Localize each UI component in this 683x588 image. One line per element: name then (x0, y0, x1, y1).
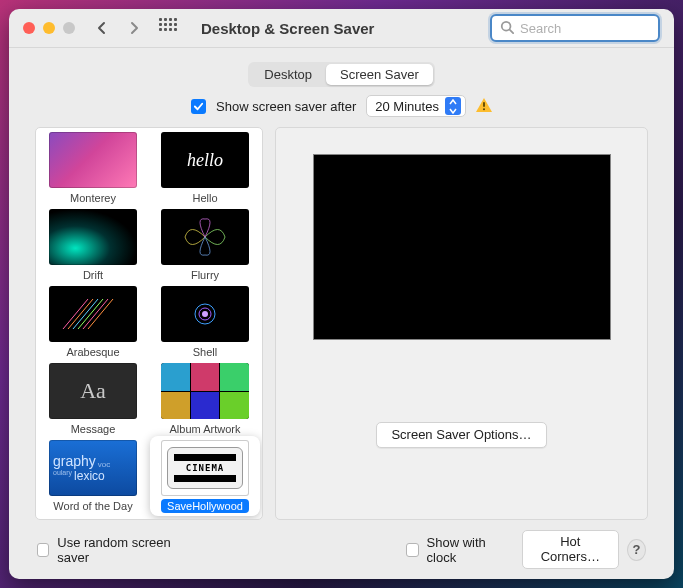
show-with-clock-label: Show with clock (427, 535, 506, 565)
saver-album-artwork[interactable]: Album Artwork (156, 363, 254, 436)
back-button[interactable] (91, 17, 113, 39)
svg-rect-2 (483, 102, 485, 107)
random-checkbox[interactable] (37, 543, 49, 557)
show-after-value: 20 Minutes (375, 99, 439, 114)
svg-point-12 (202, 311, 208, 317)
svg-line-4 (63, 299, 88, 329)
thumbnail (49, 286, 137, 342)
thumbnail: CINEMA (161, 440, 249, 496)
window-controls (23, 22, 75, 34)
saver-savehollywood[interactable]: CINEMA SaveHollywood (150, 436, 260, 516)
forward-button[interactable] (123, 17, 145, 39)
tab-control: Desktop Screen Saver (248, 62, 434, 87)
svg-line-5 (68, 299, 93, 329)
random-label: Use random screen saver (57, 535, 184, 565)
screen-saver-options-button[interactable]: Screen Saver Options… (376, 422, 546, 448)
show-after-dropdown[interactable]: 20 Minutes (366, 95, 466, 117)
saver-drift[interactable]: Drift (44, 209, 142, 282)
content-area: Desktop Screen Saver Show screen saver a… (9, 48, 674, 579)
thumbnail: hello (161, 132, 249, 188)
saver-arabesque[interactable]: Arabesque (44, 286, 142, 359)
hot-corners-button[interactable]: Hot Corners… (522, 530, 619, 569)
show-after-checkbox[interactable] (191, 99, 206, 114)
search-icon (500, 20, 514, 37)
footer-row: Use random screen saver Show with clock … (35, 520, 648, 569)
help-button[interactable]: ? (627, 539, 646, 561)
thumbnail (49, 132, 137, 188)
minimize-window-button[interactable] (43, 22, 55, 34)
warning-icon (476, 98, 492, 115)
window-title: Desktop & Screen Saver (201, 20, 374, 37)
zoom-window-button[interactable] (63, 22, 75, 34)
show-after-row: Show screen saver after 20 Minutes (35, 95, 648, 117)
show-all-preferences-button[interactable] (159, 18, 179, 38)
thumbnail (161, 209, 249, 265)
saver-message[interactable]: Aa Message (44, 363, 142, 436)
tab-screen-saver[interactable]: Screen Saver (326, 64, 433, 85)
preview-pane: Screen Saver Options… (275, 127, 648, 520)
search-field[interactable] (490, 14, 660, 42)
svg-line-9 (88, 299, 113, 329)
thumbnail (49, 209, 137, 265)
saver-word-of-the-day[interactable]: graphy voc oulary lexico Word of the Day (44, 440, 142, 513)
window-toolbar: Desktop & Screen Saver (9, 9, 674, 48)
tab-desktop[interactable]: Desktop (250, 64, 326, 85)
thumbnail (161, 363, 249, 419)
thumbnail: Aa (49, 363, 137, 419)
svg-line-6 (73, 299, 98, 329)
svg-point-3 (483, 108, 485, 110)
search-input[interactable] (520, 21, 650, 36)
screensaver-list[interactable]: Monterey hello Hello Drift (35, 127, 263, 520)
saver-monterey[interactable]: Monterey (44, 132, 142, 205)
show-with-clock-checkbox[interactable] (406, 543, 418, 557)
show-after-label: Show screen saver after (216, 99, 356, 114)
close-window-button[interactable] (23, 22, 35, 34)
saver-flurry[interactable]: Flurry (156, 209, 254, 282)
saver-hello[interactable]: hello Hello (156, 132, 254, 205)
dropdown-stepper-icon (445, 97, 461, 115)
thumbnail (161, 286, 249, 342)
saver-shell[interactable]: Shell (156, 286, 254, 359)
svg-line-8 (83, 299, 108, 329)
screensaver-preview (313, 154, 611, 340)
svg-line-7 (78, 299, 103, 329)
svg-line-1 (510, 29, 514, 33)
preferences-window: Desktop & Screen Saver Desktop Screen Sa… (9, 9, 674, 579)
thumbnail: graphy voc oulary lexico (49, 440, 137, 496)
